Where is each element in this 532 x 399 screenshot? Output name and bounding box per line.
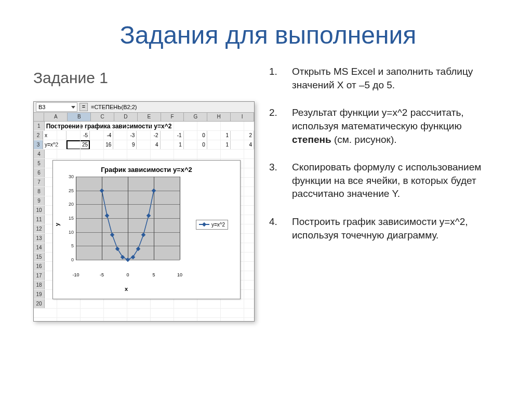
chart-ylabel: y xyxy=(53,177,61,272)
col-G[interactable]: G xyxy=(184,113,207,121)
step-1: 1. Открыть MS Excel и заполнить таблицу … xyxy=(269,65,503,91)
excel-screenshot: B3 = =СТЕПЕНЬ(B2;2) A B C D E F G H I xyxy=(33,101,255,322)
col-B[interactable]: B xyxy=(68,113,91,121)
col-A[interactable]: A xyxy=(44,113,68,121)
column-headers: A B C D E F G H I xyxy=(34,113,254,122)
name-box[interactable]: B3 xyxy=(36,102,77,112)
slide: Задания для выполнения Задание 1 B3 = =С… xyxy=(0,0,532,399)
step-text: Скопировать формулу с использованием фун… xyxy=(292,161,503,201)
step-number: 4. xyxy=(269,215,292,242)
col-F[interactable]: F xyxy=(161,113,184,121)
embedded-chart[interactable]: График зависимости y=x^2 y 051015202530 xyxy=(52,160,241,299)
steps-list: 1. Открыть MS Excel и заполнить таблицу … xyxy=(269,65,503,242)
step-3: 3. Скопировать формулу с использованием … xyxy=(269,161,503,201)
formula-bar: B3 = =СТЕПЕНЬ(B2;2) xyxy=(34,102,254,113)
col-C[interactable]: C xyxy=(91,113,114,121)
col-E[interactable]: E xyxy=(138,113,161,121)
left-column: Задание 1 B3 = =СТЕПЕНЬ(B2;2) A B C D E … xyxy=(33,65,257,322)
chart-title: График зависимости y=x^2 xyxy=(53,166,240,174)
col-D[interactable]: D xyxy=(114,113,138,121)
worksheet-grid[interactable]: 1 Построение графика зависимости y=x^2 2… xyxy=(34,122,254,321)
step-number: 1. xyxy=(269,65,292,91)
step-text: Открыть MS Excel и заполнить таблицу зна… xyxy=(292,65,503,91)
legend-label: y=x^2 xyxy=(211,222,225,228)
step-4: 4. Построить график зависимости y=x^2, и… xyxy=(269,215,503,242)
chart-legend: y=x^2 xyxy=(196,220,228,230)
formula-equals-icon[interactable]: = xyxy=(79,103,88,111)
col-H[interactable]: H xyxy=(207,113,231,121)
formula-input[interactable]: =СТЕПЕНЬ(B2;2) xyxy=(90,104,254,110)
task-subtitle: Задание 1 xyxy=(33,69,257,87)
step-number: 3. xyxy=(269,161,292,201)
page-title: Задания для выполнения xyxy=(33,21,503,49)
legend-marker-icon xyxy=(199,224,209,225)
col-I[interactable]: I xyxy=(231,113,254,121)
right-column: 1. Открыть MS Excel и заполнить таблицу … xyxy=(269,65,503,256)
step-text: Построить график зависимости y=x^2, испо… xyxy=(292,215,503,242)
step-number: 2. xyxy=(269,106,292,146)
plot-area xyxy=(76,177,180,260)
step-text: Результат функции y=x^2 рассчитать, испо… xyxy=(292,106,503,146)
step-2: 2. Результат функции y=x^2 рассчитать, и… xyxy=(269,106,503,146)
